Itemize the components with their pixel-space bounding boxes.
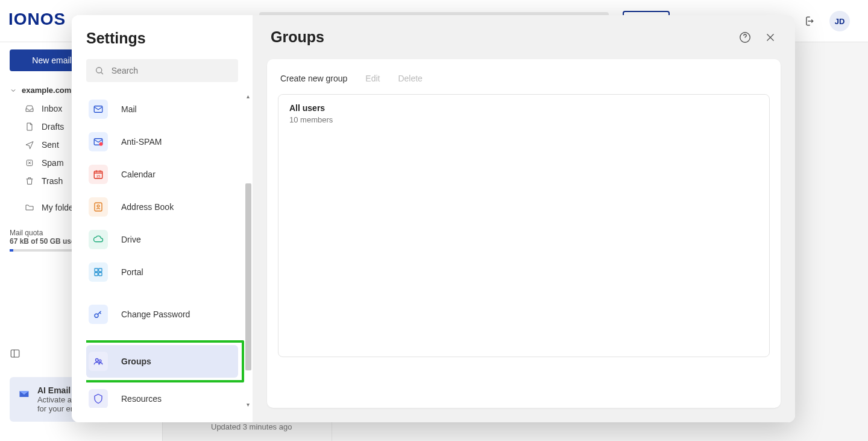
nav-label: Mail: [121, 104, 137, 114]
brand-logo: IONOS: [8, 10, 66, 29]
updated-timestamp: Updated 3 minutes ago: [211, 422, 292, 431]
nav-label: Change Password: [121, 309, 190, 319]
nav-anti-spam[interactable]: Anti-SPAM: [86, 125, 245, 158]
group-item-all-users[interactable]: All users 10 members: [278, 95, 769, 133]
settings-title: Settings: [86, 30, 253, 47]
settings-sidebar: Settings Mail Anti-SPAM 15: [72, 15, 253, 422]
content-title: Groups: [271, 28, 726, 46]
spam-icon: [25, 158, 34, 168]
svg-rect-21: [95, 273, 98, 276]
scroll-thumb[interactable]: [245, 183, 251, 370]
content-header: Groups: [253, 15, 795, 59]
group-name: All users: [289, 103, 758, 113]
nav-label: Resources: [121, 394, 162, 404]
sent-icon: [25, 140, 34, 150]
groups-icon: [89, 352, 108, 371]
group-actions: Create new group Edit Delete: [278, 74, 770, 94]
nav-address-book[interactable]: Address Book: [86, 191, 245, 223]
delete-group-action: Delete: [398, 74, 422, 83]
svg-rect-20: [99, 268, 102, 271]
nav-label: Drive: [121, 235, 141, 244]
nav-label: Address Book: [121, 202, 174, 212]
ai-promo-icon: [18, 385, 30, 402]
drafts-icon: [25, 122, 34, 132]
svg-rect-19: [95, 268, 98, 271]
anti-spam-icon: [89, 132, 108, 151]
nav-label: Calendar: [121, 170, 156, 179]
avatar[interactable]: JD: [829, 11, 850, 31]
help-icon[interactable]: [738, 31, 752, 44]
nav-change-password[interactable]: Change Password: [86, 298, 245, 331]
scroll-down-arrow[interactable]: ▾: [245, 401, 251, 408]
group-member-count: 10 members: [289, 115, 758, 124]
svg-point-18: [97, 205, 99, 208]
settings-nav-scrollbar[interactable]: ▴ ▾: [244, 93, 253, 408]
trash-icon: [25, 176, 34, 186]
settings-nav: Mail Anti-SPAM 15 Calendar Address Book: [86, 93, 253, 408]
svg-point-24: [96, 359, 99, 362]
nav-resources[interactable]: Resources: [86, 382, 245, 408]
nav-drive[interactable]: Drive: [86, 223, 245, 256]
chevron-down-icon: [10, 87, 17, 94]
logout-icon[interactable]: [803, 15, 815, 27]
highlight-annotation: Groups: [86, 340, 244, 382]
mail-icon: [89, 100, 108, 119]
nav-label: Portal: [121, 267, 143, 277]
nav-mail[interactable]: Mail: [86, 93, 245, 125]
search-icon: [95, 65, 104, 76]
settings-content: Groups Create new group Edit Delete All …: [253, 15, 795, 422]
svg-rect-10: [11, 350, 19, 357]
groups-card: Create new group Edit Delete All users 1…: [267, 59, 781, 408]
svg-text:15: 15: [96, 174, 101, 178]
nav-label: Anti-SPAM: [121, 137, 162, 147]
svg-point-25: [99, 360, 101, 362]
edit-group-action: Edit: [365, 74, 380, 83]
nav-calendar[interactable]: 15 Calendar: [86, 158, 245, 191]
settings-search[interactable]: [86, 59, 238, 82]
portal-icon: [89, 262, 108, 282]
calendar-icon: 15: [89, 165, 108, 184]
nav-portal[interactable]: Portal: [86, 256, 245, 288]
address-book-icon: [89, 197, 108, 217]
group-list: All users 10 members: [278, 94, 770, 357]
create-group-action[interactable]: Create new group: [280, 74, 347, 83]
nav-label: Groups: [121, 357, 151, 366]
key-icon: [89, 305, 108, 324]
svg-point-11: [96, 68, 102, 73]
settings-modal: Settings Mail Anti-SPAM 15: [72, 15, 795, 422]
folder-icon: [25, 203, 34, 212]
settings-search-input[interactable]: [112, 66, 230, 75]
domain-label: example.com: [22, 86, 71, 95]
nav-groups[interactable]: Groups: [86, 345, 238, 378]
resources-icon: [89, 389, 108, 408]
drive-icon: [89, 230, 108, 249]
inbox-icon: [25, 104, 34, 113]
scroll-up-arrow[interactable]: ▴: [245, 93, 251, 100]
svg-point-23: [95, 314, 98, 317]
svg-rect-22: [99, 273, 102, 276]
close-icon[interactable]: [764, 31, 777, 44]
